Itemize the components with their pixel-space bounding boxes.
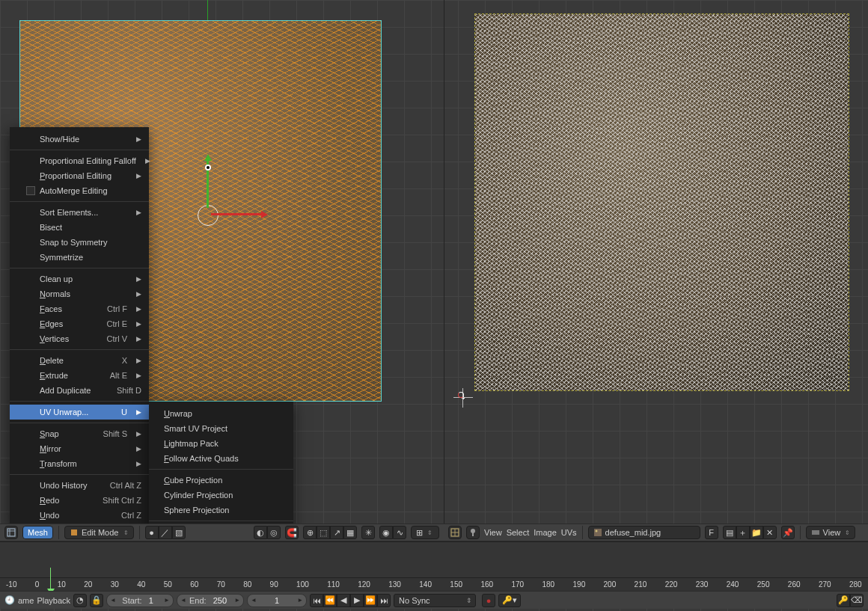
- layers-dropdown[interactable]: ⊞ ⇕: [411, 526, 439, 539]
- menu-item[interactable]: Mirror▶: [10, 441, 149, 456]
- image-selector[interactable]: defuse_mid.jpg: [588, 526, 700, 539]
- menu-item[interactable]: Snap to Symmetry: [10, 235, 149, 250]
- browse-image-icon[interactable]: ▤: [723, 526, 736, 539]
- menu-item[interactable]: RedoShift Ctrl Z: [10, 493, 149, 508]
- menu-item[interactable]: DeleteX▶: [10, 353, 149, 368]
- key-insert-buttons[interactable]: 🔑 ⌫: [837, 594, 864, 607]
- orientation-icon[interactable]: ⬚: [317, 526, 330, 539]
- menu-item[interactable]: Cylinder Projection: [149, 488, 293, 503]
- end-frame-field[interactable]: ◄End: 250►: [177, 594, 244, 607]
- select-menu[interactable]: Select: [507, 528, 530, 537]
- start-frame-field[interactable]: ◄Start: 1►: [106, 594, 174, 607]
- proportional-icon[interactable]: ◉: [379, 526, 393, 539]
- playback-menu[interactable]: Playback: [37, 596, 70, 605]
- menu-item[interactable]: EdgesCtrl E▶: [10, 316, 149, 331]
- uv-image-wireframe[interactable]: [475, 14, 849, 390]
- keyframe-prev-icon[interactable]: ⏪: [323, 594, 337, 607]
- transform-gizmo[interactable]: [201, 208, 216, 223]
- menu-item[interactable]: Follow Active Quads: [149, 451, 293, 466]
- insert-key-icon[interactable]: 🔑: [837, 594, 850, 607]
- menu-item[interactable]: Show/Hide▶: [10, 132, 149, 147]
- keyframe-next-icon[interactable]: ⏩: [364, 594, 377, 607]
- viewport-toggles[interactable]: ◐ ◎: [254, 526, 281, 539]
- menu-item[interactable]: Sphere Projection: [149, 503, 293, 518]
- pivot-icon[interactable]: ⊕: [303, 526, 317, 539]
- frame-menu[interactable]: ame: [18, 596, 34, 605]
- image-action-buttons[interactable]: ▤ ＋ 📁 ✕: [723, 526, 777, 539]
- pin-image-icon[interactable]: 📌: [781, 526, 795, 539]
- 2d-cursor-icon[interactable]: [453, 388, 473, 408]
- menu-item[interactable]: Clean up▶: [10, 271, 149, 286]
- image-menu[interactable]: Image: [534, 528, 557, 537]
- menu-item[interactable]: AutoMerge Editing: [10, 183, 149, 198]
- sync-mode-dropdown[interactable]: No Sync: [394, 594, 476, 607]
- playback-controls[interactable]: ⏮ ⏪ ◀ ▶ ⏩ ⏭: [310, 594, 391, 607]
- marker-icon[interactable]: ◔: [73, 594, 87, 607]
- current-frame-field[interactable]: ◄1►: [247, 594, 307, 607]
- menu-item[interactable]: VerticesCtrl V▶: [10, 331, 149, 346]
- menu-item[interactable]: Undo HistoryCtrl Alt Z: [10, 478, 149, 493]
- timeline-ruler[interactable]: -100102030405060708090100110120130140150…: [0, 577, 868, 591]
- menu-item[interactable]: Smart UV Project: [149, 421, 293, 436]
- jump-start-icon[interactable]: ⏮: [310, 594, 323, 607]
- menu-item[interactable]: Proportional Editing▶: [10, 168, 149, 183]
- menu-item[interactable]: UndoCtrl Z: [10, 508, 149, 523]
- menu-item[interactable]: UV Unwrap...U▶: [10, 405, 149, 420]
- timeline-area[interactable]: [0, 541, 868, 577]
- layer-icon[interactable]: ▦: [343, 526, 357, 539]
- edge-select-icon[interactable]: ／: [159, 526, 172, 539]
- options-icon[interactable]: ✳: [361, 526, 375, 539]
- uvs-menu[interactable]: UVs: [561, 528, 577, 537]
- snap-icon[interactable]: 🧲: [285, 526, 299, 539]
- menu-item[interactable]: Unwrap: [149, 406, 293, 421]
- gizmo-circle[interactable]: [198, 205, 218, 226]
- auto-keyframe-icon[interactable]: ●: [482, 594, 495, 607]
- editor-type-icon[interactable]: [448, 526, 462, 539]
- gizmo-x-axis[interactable]: [211, 213, 263, 215]
- vertex-select-icon[interactable]: ●: [145, 526, 159, 539]
- mode-dropdown[interactable]: Edit Mode ⇕: [64, 526, 134, 539]
- manipulator-icon[interactable]: ↗: [330, 526, 343, 539]
- menu-item[interactable]: Normals▶: [10, 286, 149, 301]
- shading-icon[interactable]: ◐: [254, 526, 267, 539]
- menu-item[interactable]: SnapShift S▶: [10, 426, 149, 441]
- menu-item[interactable]: Sort Elements...▶: [10, 205, 149, 220]
- play-reverse-icon[interactable]: ◀: [337, 594, 350, 607]
- fake-user-button[interactable]: F: [705, 526, 718, 539]
- uv-editor-header[interactable]: View Select Image UVs defuse_mid.jpg F ▤…: [444, 524, 868, 541]
- menu-item[interactable]: Add DuplicateShift D: [10, 383, 149, 398]
- view-menu[interactable]: View: [484, 528, 502, 537]
- unlink-image-icon[interactable]: ✕: [763, 526, 777, 539]
- menu-item[interactable]: ExtrudeAlt E▶: [10, 368, 149, 383]
- falloff-icon[interactable]: ∿: [393, 526, 406, 539]
- face-select-icon[interactable]: ▧: [172, 526, 186, 539]
- pivot-buttons[interactable]: ⊕ ⬚ ↗ ▦: [303, 526, 357, 539]
- open-image-icon[interactable]: 📁: [750, 526, 763, 539]
- delete-key-icon[interactable]: ⌫: [850, 594, 864, 607]
- view-mode-dropdown[interactable]: View ⇕: [806, 526, 856, 539]
- lock-icon[interactable]: 🔒: [90, 594, 103, 607]
- menu-item[interactable]: Lightmap Pack: [149, 436, 293, 451]
- playhead-icon[interactable]: [50, 568, 51, 592]
- menu-item[interactable]: Symmetrize: [10, 250, 149, 265]
- pin-icon[interactable]: [466, 526, 480, 539]
- keying-set-icon[interactable]: 🔑▾: [498, 594, 521, 607]
- menu-item[interactable]: FacesCtrl F▶: [10, 301, 149, 316]
- 3d-viewport-header[interactable]: Mesh Edit Mode ⇕ ● ／ ▧ ◐ ◎ 🧲 ⊕ ⬚ ↗ ▦ ✳ ◉…: [0, 524, 444, 541]
- menu-item[interactable]: Cube Projection: [149, 473, 293, 488]
- menu-item[interactable]: Transform▶: [10, 456, 149, 471]
- mesh-menu-button[interactable]: Mesh: [22, 526, 53, 539]
- jump-end-icon[interactable]: ⏭: [377, 594, 391, 607]
- menu-item[interactable]: Bisect: [10, 220, 149, 235]
- checkbox-icon[interactable]: [26, 186, 35, 195]
- mesh-context-menu[interactable]: Show/Hide▶Proportional Editing Falloff▶P…: [10, 127, 149, 527]
- editor-type-icon[interactable]: 🕘: [4, 594, 15, 607]
- editor-type-icon[interactable]: [4, 526, 18, 539]
- menu-item[interactable]: Proportional Editing Falloff▶: [10, 153, 149, 168]
- select-mode-buttons[interactable]: ● ／ ▧: [145, 526, 186, 539]
- play-icon[interactable]: ▶: [350, 594, 364, 607]
- new-image-icon[interactable]: ＋: [736, 526, 750, 539]
- timeline-header[interactable]: 🕘 ame Playback ◔ 🔒 ◄Start: 1► ◄End: 250►…: [0, 591, 868, 609]
- overlay-icon[interactable]: ◎: [267, 526, 281, 539]
- prop-edit-buttons[interactable]: ◉ ∿: [379, 526, 406, 539]
